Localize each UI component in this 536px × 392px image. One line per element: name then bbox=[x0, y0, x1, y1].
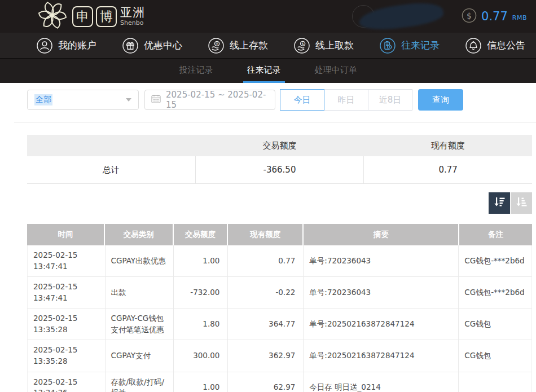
section-divider bbox=[14, 122, 536, 122]
summary-total-label: 总计 bbox=[27, 156, 196, 183]
gift-icon bbox=[122, 37, 139, 54]
table-cell: 362.97 bbox=[228, 340, 304, 371]
table-cell: 单号:720236043 bbox=[304, 245, 459, 276]
table-cell: CG钱包 bbox=[459, 340, 531, 371]
brand-name-en: Shenbo bbox=[120, 20, 145, 26]
table-cell: 1.00 bbox=[174, 372, 228, 392]
tab-transaction-records[interactable]: 往来记录 bbox=[243, 59, 285, 83]
summary-balance-total: 0.77 bbox=[364, 156, 532, 183]
table-cell: 2025-02-15 13:35:28 bbox=[28, 309, 106, 340]
table-row: 2025-02-15 13:35:28CGPAY支付300.00362.97单号… bbox=[27, 340, 532, 372]
summary-column-header: 交易额度 bbox=[195, 140, 363, 151]
table-cell: 2025-02-15 13:47:41 bbox=[28, 245, 106, 276]
nav-label: 往来记录 bbox=[401, 39, 440, 52]
nav-item-promotions[interactable]: 优惠中心 bbox=[122, 37, 182, 54]
table-cell: 2025-02-15 13:34:36 bbox=[28, 372, 106, 392]
search-button[interactable]: 查询 bbox=[418, 89, 463, 111]
table-cell: 今日存 明日送_0214 bbox=[304, 372, 459, 392]
column-header: 摘要 bbox=[304, 224, 459, 245]
summary-total-row: 总计 -366.50 0.77 bbox=[27, 156, 532, 184]
table-cell: 62.97 bbox=[228, 372, 304, 392]
sort-asc-icon bbox=[515, 195, 528, 211]
sort-ascending-button[interactable] bbox=[511, 192, 532, 214]
table-cell: CGPAY出款优惠 bbox=[106, 245, 174, 276]
summary-header-row: 交易额度 现有额度 bbox=[27, 135, 532, 156]
table-cell: CGPAY支付 bbox=[106, 340, 174, 371]
column-header: 备注 bbox=[459, 224, 532, 245]
nav-label: 我的账户 bbox=[58, 39, 96, 52]
nav-item-withdrawal[interactable]: $ 线上取款 bbox=[293, 37, 354, 54]
table-row: 2025-02-15 13:34:36存款/取款/打码/损益1.0062.97今… bbox=[27, 372, 532, 392]
table-cell: -0.22 bbox=[228, 277, 304, 308]
filter-row: 全部 2025-02-15 ~ 2025-02-15 今日 昨日 近8日 查询 bbox=[27, 89, 536, 111]
table-cell: CG钱包 bbox=[459, 309, 531, 340]
tab-pending-orders[interactable]: 处理中订单 bbox=[311, 59, 361, 83]
nav-label: 线上存款 bbox=[230, 39, 268, 52]
today-button[interactable]: 今日 bbox=[280, 89, 324, 111]
table-row: 2025-02-15 13:47:41CGPAY出款优惠1.000.77单号:7… bbox=[27, 245, 532, 277]
last-8-days-button[interactable]: 近8日 bbox=[368, 89, 412, 111]
table-cell: 存款/取款/打码/损益 bbox=[106, 372, 174, 392]
sort-descending-button[interactable] bbox=[489, 192, 510, 214]
yesterday-button[interactable]: 昨日 bbox=[324, 89, 368, 111]
transactions-table-body: 2025-02-15 13:47:41CGPAY出款优惠1.000.77单号:7… bbox=[27, 245, 532, 392]
sort-controls bbox=[0, 192, 532, 214]
date-range-input[interactable]: 2025-02-15 ~ 2025-02-15 bbox=[144, 90, 275, 110]
summary-column-header: 现有额度 bbox=[364, 140, 532, 151]
brand-logo: 申 博 bbox=[72, 6, 117, 27]
brand-char-box: 博 bbox=[96, 6, 117, 27]
table-cell: 1.00 bbox=[174, 245, 228, 276]
redacted-username bbox=[358, 0, 445, 33]
svg-text:¥: ¥ bbox=[216, 41, 218, 46]
table-cell: CGPAY-CG钱包支付笔笔送优惠 bbox=[106, 309, 174, 340]
table-row: 2025-02-15 13:35:28CGPAY-CG钱包支付笔笔送优惠1.80… bbox=[27, 309, 532, 340]
nav-label: 优惠中心 bbox=[144, 39, 182, 52]
flower-logo-icon bbox=[35, 0, 70, 33]
balance-display: $ 0.77 RMB bbox=[462, 8, 527, 25]
transactions-table: 时间交易类别交易额度现有额度摘要备注 2025-02-15 13:47:41CG… bbox=[27, 224, 532, 392]
nav-label: 信息公告 bbox=[487, 39, 525, 52]
top-bar: 申 博 亚洲 Shenbo $ 0.77 RMB bbox=[0, 0, 536, 33]
nav-item-deposit[interactable]: ¥ 线上存款 bbox=[208, 37, 268, 54]
main-nav: 我的账户 优惠中心 ¥ 线上存款 bbox=[0, 33, 536, 59]
table-cell: 0.77 bbox=[228, 245, 304, 276]
summary-transaction-total: -366.50 bbox=[196, 156, 364, 183]
svg-text:$: $ bbox=[467, 11, 472, 20]
nav-item-transaction-records[interactable]: 往来记录 bbox=[379, 37, 440, 54]
withdraw-icon: $ bbox=[293, 37, 310, 54]
table-cell: 出款 bbox=[106, 277, 174, 308]
table-cell: -732.00 bbox=[174, 277, 228, 308]
category-select[interactable]: 全部 bbox=[27, 90, 139, 110]
balance-currency: RMB bbox=[512, 14, 527, 21]
table-cell: 单号:202502163872847124 bbox=[304, 309, 459, 340]
nav-item-announcements[interactable]: 信息公告 bbox=[465, 37, 525, 54]
category-select-value: 全部 bbox=[34, 94, 52, 105]
summary-table: 交易额度 现有额度 总计 -366.50 0.77 bbox=[27, 135, 532, 184]
column-header: 交易类别 bbox=[105, 224, 174, 245]
table-cell: 单号:202502163872847124 bbox=[304, 340, 459, 371]
table-cell: CG钱包-***2b6d bbox=[459, 277, 531, 308]
calendar-icon bbox=[151, 94, 161, 105]
column-header: 交易额度 bbox=[174, 224, 229, 245]
chevron-down-icon bbox=[126, 98, 131, 102]
date-range-value: 2025-02-15 ~ 2025-02-15 bbox=[166, 90, 269, 110]
table-cell bbox=[459, 372, 531, 392]
balance-amount: 0.77 bbox=[481, 10, 508, 23]
table-cell: 2025-02-15 13:35:28 bbox=[28, 340, 106, 371]
table-cell: 单号:720236043 bbox=[304, 277, 459, 308]
tab-betting-records[interactable]: 投注记录 bbox=[175, 59, 217, 83]
column-header: 现有额度 bbox=[228, 224, 304, 245]
svg-text:$: $ bbox=[302, 41, 304, 46]
table-cell: 2025-02-15 13:47:41 bbox=[28, 277, 106, 308]
nav-label: 线上取款 bbox=[315, 39, 354, 52]
sub-nav: 投注记录 往来记录 处理中订单 bbox=[0, 59, 536, 83]
table-row: 2025-02-15 13:47:41出款-732.00-0.22单号:7202… bbox=[27, 277, 532, 309]
sort-desc-icon bbox=[493, 195, 506, 211]
table-cell: CG钱包-***2b6d bbox=[459, 245, 531, 276]
announcement-bell-icon bbox=[465, 37, 482, 54]
dollar-coin-icon: $ bbox=[462, 8, 477, 25]
deposit-icon: ¥ bbox=[208, 37, 225, 54]
nav-item-my-account[interactable]: 我的账户 bbox=[36, 37, 96, 54]
table-cell: 300.00 bbox=[174, 340, 228, 371]
records-icon bbox=[379, 37, 396, 54]
